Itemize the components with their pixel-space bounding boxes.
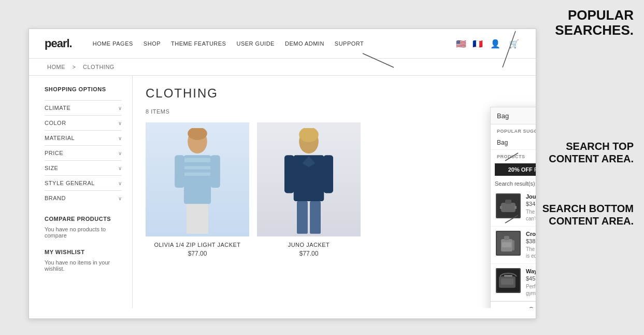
svg-rect-10 — [175, 155, 184, 188]
filter-style-general[interactable]: STYLE GENERAL ∨ — [45, 175, 122, 190]
popular-searches-label: POPULARSEARCHES. — [555, 8, 634, 37]
result-desc-2: The Crown Summit Backpack is equally at … — [526, 246, 536, 259]
compare-products-text: You have no products to compare — [45, 226, 122, 239]
promo-highlight: 20% OFF — [508, 166, 533, 173]
filter-size[interactable]: SIZE ∨ — [45, 160, 122, 175]
svg-rect-11 — [210, 155, 220, 188]
result-name-2: Crown Summit Backpack — [526, 231, 536, 237]
nav-user-guide[interactable]: USER GUIDE — [236, 40, 274, 47]
bag-duffle-icon — [497, 194, 520, 217]
result-price-2: $38.00 — [526, 238, 536, 244]
result-desc-1: The sporty Joust Duffle Bag can't be bea… — [526, 208, 536, 222]
wishlist-text: You have no items in your wishlist. — [45, 259, 122, 272]
search-bar: 🔍 — [491, 107, 536, 124]
breadcrumb: HOME > CLOTHING — [29, 59, 536, 76]
content-area: SHOPPING OPTIONS CLIMATE ∨ COLOR ∨ MATER… — [29, 76, 536, 308]
filter-price[interactable]: PRICE ∨ — [45, 145, 122, 160]
result-price-1: $34.00 — [526, 201, 536, 207]
promo-text: FOR ALL DRESSES — [534, 166, 536, 173]
svg-rect-28 — [512, 240, 514, 250]
flag-us-icon[interactable]: 🇺🇸 — [456, 39, 466, 49]
result-item-3[interactable]: Wayfarer Messenger Bag $45.00 Perfect fo… — [491, 264, 536, 301]
nav-shop[interactable]: SHOP — [144, 40, 161, 47]
svg-rect-6 — [184, 155, 211, 204]
breadcrumb-home[interactable]: HOME — [47, 64, 65, 70]
nav-support[interactable]: SUPPORT — [335, 40, 364, 47]
bag-backpack-icon — [497, 232, 520, 255]
compare-products-title: COMPARE PRODUCTS — [45, 216, 122, 222]
result-image-3 — [496, 268, 521, 293]
result-name-3: Wayfarer Messenger Bag — [526, 268, 536, 274]
result-item-2[interactable]: Crown Summit Backpack $38.00 The Crown S… — [491, 227, 536, 264]
chevron-down-icon: ∨ — [118, 105, 122, 111]
breadcrumb-separator: > — [73, 64, 76, 70]
result-info-3: Wayfarer Messenger Bag $45.00 Perfect fo… — [526, 268, 536, 297]
nav-home-pages[interactable]: HOME PAGES — [93, 40, 133, 47]
popular-suggestions-title: POPULAR SUGGESTIONS — [491, 124, 536, 136]
product-image-1 — [146, 122, 249, 236]
promo-banner[interactable]: 20% OFF FOR ALL DRESSES — [495, 163, 536, 176]
site-logo[interactable]: pearl. — [45, 37, 72, 50]
search-results-text: Search result(s): 10 item(s) — [491, 178, 536, 189]
chevron-down-icon: ∨ — [118, 180, 122, 186]
svg-rect-9 — [184, 173, 211, 176]
nav-theme-features[interactable]: THEME FEATURES — [171, 40, 226, 47]
svg-rect-20 — [310, 201, 321, 234]
filter-material[interactable]: MATERIAL ∨ — [45, 130, 122, 145]
svg-rect-21 — [501, 203, 516, 212]
main-content: CLOTHING 8 ITEMS — [133, 76, 536, 308]
product-name-2: JUNO JACKET — [257, 242, 361, 248]
svg-rect-31 — [504, 275, 512, 277]
filter-color[interactable]: COLOR ∨ — [45, 115, 122, 130]
result-image-2 — [496, 231, 521, 256]
bag-messenger-icon — [497, 269, 520, 292]
product-price-1: $77.00 — [146, 250, 249, 257]
svg-rect-7 — [184, 158, 211, 162]
svg-rect-19 — [297, 201, 308, 234]
flag-fr-icon[interactable]: 🇫🇷 — [473, 39, 483, 49]
suggestion-label: Bag — [497, 139, 508, 146]
nav-demo-admin[interactable]: DEMO ADMIN — [285, 40, 324, 47]
product-card-2[interactable]: JUNO JACKET $77.00 — [257, 122, 361, 257]
product-price-2: $77.00 — [257, 250, 361, 257]
result-info-1: Joust Duffle Bag $34.00 The sporty Joust… — [526, 193, 536, 222]
header-icons: 🇺🇸 🇫🇷 👤 🛒 — [456, 38, 520, 50]
sidebar: SHOPPING OPTIONS CLIMATE ∨ COLOR ∨ MATER… — [29, 76, 133, 308]
chevron-down-icon: ∨ — [118, 165, 122, 171]
filter-brand[interactable]: BRAND ∨ — [45, 190, 122, 205]
search-products-title: PRODUCTS — [491, 150, 536, 161]
svg-rect-24 — [514, 206, 517, 209]
cart-icon[interactable]: 🛒 — [508, 38, 520, 50]
site-nav: HOME PAGES SHOP THEME FEATURES USER GUID… — [93, 40, 456, 47]
see-all-results-link[interactable]: See all results — [491, 301, 536, 308]
chevron-down-icon: ∨ — [118, 150, 122, 156]
result-item-1[interactable]: Joust Duffle Bag $34.00 The sporty Joust… — [491, 189, 536, 227]
search-top-label: SEARCH TOPCONTENT AREA. — [549, 140, 634, 165]
breadcrumb-current: CLOTHING — [83, 64, 115, 70]
filter-climate[interactable]: CLIMATE ∨ — [45, 100, 122, 115]
products-grid: OLIVIA 1/4 ZIP LIGHT JACKET $77.00 — [146, 122, 523, 257]
svg-rect-12 — [187, 204, 208, 233]
page-title: CLOTHING — [146, 86, 523, 101]
result-price-3: $45.00 — [526, 275, 536, 282]
svg-rect-22 — [505, 200, 511, 204]
svg-rect-8 — [184, 166, 211, 169]
search-input[interactable] — [497, 112, 536, 120]
svg-rect-30 — [501, 278, 513, 285]
user-icon[interactable]: 👤 — [489, 38, 502, 50]
svg-rect-26 — [504, 236, 509, 240]
result-name-1: Joust Duffle Bag — [526, 193, 536, 200]
wishlist-title: MY WISHLIST — [45, 249, 122, 255]
product-name-1: OLIVIA 1/4 ZIP LIGHT JACKET — [146, 242, 249, 248]
result-desc-3: Perfect for class, work or the gym, the … — [526, 283, 536, 297]
browser-window: pearl. HOME PAGES SHOP THEME FEATURES US… — [28, 29, 536, 319]
svg-rect-27 — [502, 242, 511, 247]
product-card-1[interactable]: OLIVIA 1/4 ZIP LIGHT JACKET $77.00 — [146, 122, 249, 257]
result-info-2: Crown Summit Backpack $38.00 The Crown S… — [526, 231, 536, 259]
suggestion-bag[interactable]: Bag 10 — [491, 136, 536, 150]
svg-rect-23 — [500, 206, 502, 209]
search-dropdown: 🔍 POPULAR SUGGESTIONS Bag 10 PRODUCTS 20… — [490, 107, 536, 308]
chevron-down-icon: ∨ — [118, 196, 122, 201]
search-bottom-label: SEARCH BOTTOMCONTENT AREA. — [542, 202, 634, 227]
shopping-options-title: SHOPPING OPTIONS — [45, 86, 122, 92]
